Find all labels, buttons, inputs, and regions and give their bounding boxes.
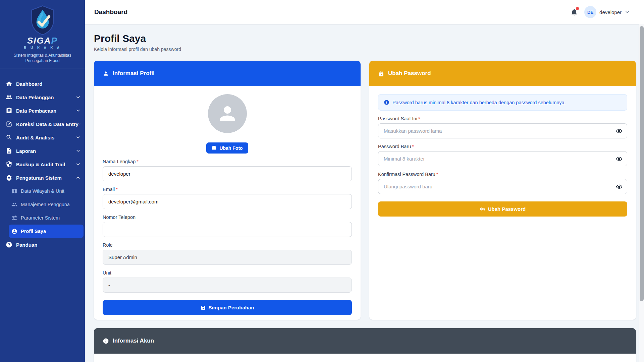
profile-avatar-placeholder bbox=[208, 94, 247, 133]
save-icon bbox=[201, 305, 206, 310]
confirm-password-input[interactable] bbox=[378, 179, 627, 194]
app-root: SIGAP B U K A K A Sistem Integritas & Ak… bbox=[0, 0, 644, 362]
user-menu-button[interactable]: DE developer bbox=[584, 6, 630, 18]
field-password-baru: Password Baru* bbox=[378, 144, 627, 166]
role-input bbox=[103, 250, 352, 265]
notification-dot bbox=[576, 7, 579, 10]
unit-input bbox=[103, 278, 352, 293]
account-card-title: Informasi Akun bbox=[113, 338, 154, 344]
required-mark: * bbox=[436, 172, 438, 177]
new-password-input[interactable] bbox=[378, 151, 627, 166]
save-changes-button[interactable]: Simpan Perubahan bbox=[103, 300, 352, 315]
help-circle-icon bbox=[6, 241, 12, 248]
gear-icon bbox=[6, 174, 12, 181]
brand-tagline: Sistem Integritas & Akuntabilitas Penceg… bbox=[3, 53, 82, 63]
main-column: Dashboard DE developer Profil Saya Kelol… bbox=[85, 0, 644, 362]
search-icon bbox=[6, 134, 12, 141]
chevron-down-icon bbox=[625, 9, 630, 15]
page-title: Profil Saya bbox=[94, 33, 636, 44]
field-email: Email* bbox=[103, 187, 352, 209]
toggle-new-password-visibility-button[interactable] bbox=[616, 156, 623, 162]
toggle-confirm-password-visibility-button[interactable] bbox=[616, 183, 623, 190]
profile-card-body: Ubah Foto Nama Lengkap* Email* N bbox=[94, 86, 361, 320]
page-content: Profil Saya Kelola informasi profil dan … bbox=[85, 24, 644, 362]
sidebar-item-data-pelanggan[interactable]: Data Pelanggan bbox=[0, 90, 85, 104]
clipboard-icon bbox=[6, 107, 12, 114]
header-actions: DE developer bbox=[570, 6, 635, 18]
account-card-header: Informasi Akun bbox=[94, 328, 636, 354]
field-nama-lengkap: Nama Lengkap* bbox=[103, 159, 352, 181]
required-mark: * bbox=[116, 187, 118, 192]
account-card-body bbox=[94, 354, 636, 362]
sidebar-item-backup-audit-trail[interactable]: Backup & Audit Trail bbox=[0, 158, 85, 171]
map-icon bbox=[11, 188, 17, 194]
header-title: Dashboard bbox=[94, 8, 127, 16]
users-group-icon bbox=[11, 201, 17, 207]
chevron-down-icon bbox=[75, 135, 81, 140]
sidebar-item-laporan[interactable]: Laporan bbox=[0, 144, 85, 158]
page-subtitle: Kelola informasi profil dan ubah passwor… bbox=[94, 47, 636, 52]
sidebar-subitem-manajemen-pengguna[interactable]: Manajemen Pengguna bbox=[9, 198, 84, 211]
profile-info-card: Informasi Profil Ubah Foto bbox=[94, 61, 361, 320]
required-mark: * bbox=[412, 144, 414, 149]
profile-card-header: Informasi Profil bbox=[94, 61, 361, 86]
edit-square-icon bbox=[6, 121, 12, 127]
chevron-down-icon bbox=[75, 95, 81, 100]
shield-icon bbox=[6, 161, 12, 168]
scrollbar-thumb[interactable] bbox=[640, 26, 644, 301]
users-icon bbox=[6, 94, 12, 101]
field-role: Role bbox=[103, 242, 352, 265]
sliders-icon bbox=[11, 215, 17, 221]
sidebar-subitem-data-wilayah-unit[interactable]: Data Wilayah & Unit bbox=[9, 184, 84, 198]
chevron-down-icon bbox=[75, 148, 81, 154]
nama-lengkap-input[interactable] bbox=[103, 166, 352, 181]
chevron-up-icon bbox=[75, 175, 81, 180]
sigap-shield-logo-icon bbox=[29, 5, 57, 36]
required-mark: * bbox=[137, 159, 139, 164]
sidebar-nav: Dashboard Data Pelanggan Data Pembacaan … bbox=[0, 77, 85, 362]
sidebar-subitem-profil-saya[interactable]: Profil Saya bbox=[9, 225, 84, 238]
change-password-card: Ubah Password Password harus minimal 8 k… bbox=[369, 61, 636, 320]
profile-card-title: Informasi Profil bbox=[113, 70, 155, 77]
email-input[interactable] bbox=[103, 194, 352, 209]
cards-row: Informasi Profil Ubah Foto bbox=[94, 61, 636, 320]
sidebar-item-data-pembacaan[interactable]: Data Pembacaan bbox=[0, 104, 85, 117]
brand-name: SIGAP bbox=[3, 36, 82, 45]
field-password-saat-ini: Password Saat Ini* bbox=[378, 116, 627, 138]
user-name: developer bbox=[599, 9, 622, 15]
brand-logo-block: SIGAP B U K A K A Sistem Integritas & Ak… bbox=[0, 0, 85, 63]
avatar-zone: Ubah Foto bbox=[103, 94, 352, 154]
sidebar-item-dashboard[interactable]: Dashboard bbox=[0, 77, 85, 90]
home-icon bbox=[6, 80, 12, 87]
chevron-down-icon bbox=[75, 162, 81, 167]
required-mark: * bbox=[418, 116, 420, 121]
sidebar-item-pengaturan-sistem[interactable]: Pengaturan Sistem bbox=[0, 171, 85, 184]
current-password-input[interactable] bbox=[378, 123, 627, 138]
info-circle-icon bbox=[103, 338, 109, 344]
password-card-title: Ubah Password bbox=[388, 70, 431, 77]
field-konfirmasi-password-baru: Konfirmasi Password Baru* bbox=[378, 172, 627, 194]
notification-bell-button[interactable] bbox=[570, 8, 578, 16]
top-header: Dashboard DE developer bbox=[85, 0, 644, 24]
change-password-button[interactable]: Ubah Password bbox=[378, 201, 627, 217]
sidebar-item-koreksi-data[interactable]: Koreksi Data & Data Entry bbox=[0, 117, 85, 131]
toggle-current-password-visibility-button[interactable] bbox=[616, 128, 623, 134]
sidebar-item-panduan[interactable]: Panduan bbox=[0, 238, 85, 251]
lock-icon bbox=[378, 70, 384, 77]
eye-icon bbox=[616, 156, 623, 162]
field-unit: Unit bbox=[103, 270, 352, 293]
password-info-alert: Password harus minimal 8 karakter dan be… bbox=[378, 94, 627, 111]
vertical-scrollbar[interactable] bbox=[639, 24, 644, 362]
sidebar-subitem-parameter-sistem[interactable]: Parameter Sistem bbox=[9, 211, 84, 225]
change-photo-button[interactable]: Ubah Foto bbox=[206, 142, 248, 154]
sidebar: SIGAP B U K A K A Sistem Integritas & Ak… bbox=[0, 0, 85, 362]
person-silhouette-icon bbox=[216, 103, 238, 125]
key-icon bbox=[480, 206, 485, 212]
brand-sub-name: B U K A K A bbox=[3, 46, 82, 50]
sidebar-item-audit-analisis[interactable]: Audit & Analisis bbox=[0, 131, 85, 144]
password-card-header: Ubah Password bbox=[369, 61, 636, 86]
field-nomor-telepon: Nomor Telepon bbox=[103, 215, 352, 237]
camera-icon bbox=[212, 145, 217, 150]
avatar: DE bbox=[584, 6, 596, 18]
nomor-telepon-input[interactable] bbox=[103, 222, 352, 237]
